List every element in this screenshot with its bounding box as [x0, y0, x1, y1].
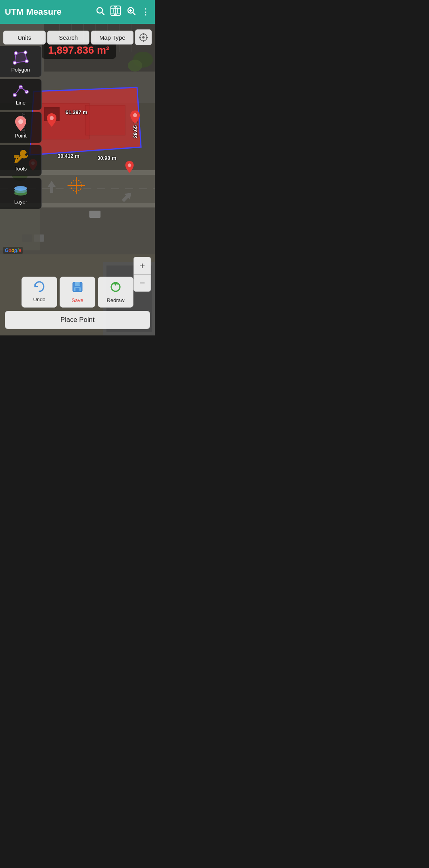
action-buttons-row: Undo Save — [5, 277, 150, 308]
svg-rect-69 — [75, 288, 79, 291]
place-point-button[interactable]: Place Point — [5, 311, 150, 329]
sidebar-item-point[interactable]: Point — [0, 112, 42, 143]
sidebar-item-tools[interactable]: Tools — [0, 145, 42, 176]
undo-icon — [33, 281, 45, 295]
save-button[interactable]: Save — [60, 277, 95, 308]
save-label: Save — [72, 297, 83, 303]
search-button[interactable]: Search — [47, 31, 90, 45]
svg-point-54 — [24, 51, 27, 54]
undo-label: Undo — [33, 296, 45, 302]
sidebar-point-label: Point — [15, 133, 27, 139]
svg-rect-36 — [85, 105, 125, 135]
bottom-controls: Undo Save — [0, 273, 155, 335]
sidebar-polygon-label: Polygon — [12, 67, 30, 73]
svg-point-60 — [18, 119, 23, 124]
gps-crosshair — [68, 177, 85, 194]
zoom-in-icon[interactable] — [126, 6, 136, 18]
google-logo: Google — [3, 247, 23, 254]
units-button[interactable]: Units — [3, 31, 46, 45]
zoom-controls: + − — [133, 257, 151, 292]
undo-button[interactable]: Undo — [21, 277, 57, 308]
zoom-out-button[interactable]: − — [133, 274, 151, 292]
app-title: UTM Measure — [5, 7, 95, 17]
redraw-button[interactable]: Redraw — [98, 277, 133, 308]
svg-rect-70 — [79, 283, 79, 285]
sidebar-layer-label: Layer — [14, 199, 27, 205]
map-pin-top-left[interactable] — [47, 113, 56, 128]
measurement-top: 61.397 m — [66, 109, 87, 115]
measurement-bottom-left: 30.412 m — [58, 153, 79, 159]
svg-point-56 — [13, 61, 16, 64]
svg-line-1 — [102, 13, 104, 15]
svg-rect-26 — [89, 211, 100, 218]
map-type-button[interactable]: Map Type — [91, 31, 133, 45]
svg-point-47 — [142, 36, 145, 39]
svg-line-5 — [133, 13, 135, 15]
toolbar-top: Units Search Map Type — [0, 27, 155, 48]
measurement-bottom-right: 30.98 m — [97, 155, 116, 161]
sidebar-item-layer[interactable]: Layer — [0, 178, 42, 209]
location-button[interactable] — [135, 29, 152, 45]
save-icon — [72, 281, 83, 296]
sidebar-left: Polygon Line Point Tools — [0, 46, 42, 211]
svg-point-65 — [14, 186, 27, 191]
app-header: UTM Measure ⋮ — [0, 0, 155, 24]
svg-point-42 — [128, 163, 131, 167]
redraw-icon — [110, 281, 122, 296]
header-icons: ⋮ — [95, 6, 150, 18]
svg-point-39 — [50, 116, 54, 120]
map-pin-top-right[interactable] — [130, 110, 140, 126]
sidebar-item-polygon[interactable]: Polygon — [0, 46, 42, 77]
svg-point-53 — [14, 52, 17, 55]
redraw-label: Redraw — [107, 297, 125, 303]
svg-point-40 — [133, 113, 137, 117]
svg-point-55 — [25, 60, 28, 63]
more-icon[interactable]: ⋮ — [141, 7, 150, 17]
sidebar-line-label: Line — [16, 100, 26, 106]
svg-point-23 — [128, 60, 142, 72]
search-icon[interactable] — [95, 6, 105, 18]
map-pin-bottom-right[interactable] — [125, 161, 134, 174]
sidebar-tools-label: Tools — [15, 166, 27, 172]
zoom-in-button[interactable]: + — [133, 257, 151, 274]
sidebar-item-line[interactable]: Line — [0, 79, 42, 110]
globe-icon[interactable] — [110, 6, 121, 18]
